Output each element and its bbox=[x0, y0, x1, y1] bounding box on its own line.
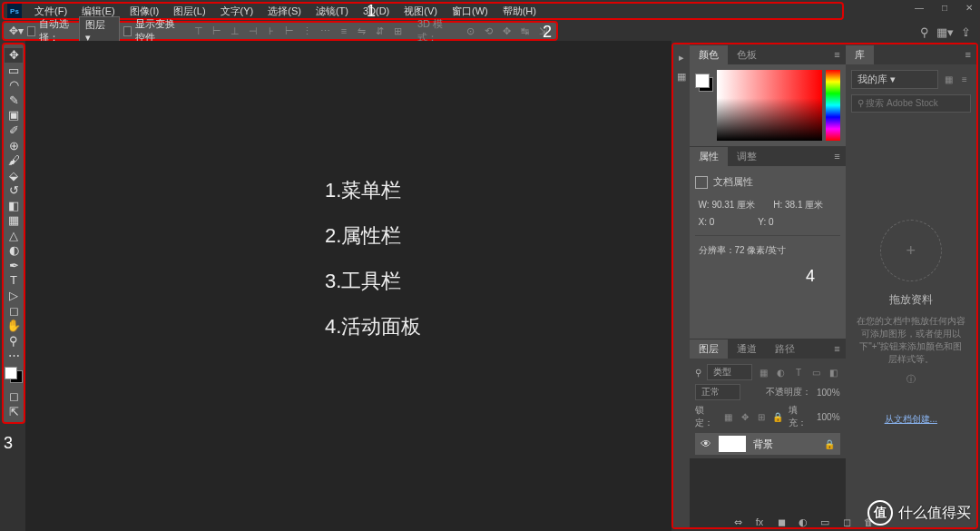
layer-thumbnail[interactable] bbox=[719, 436, 746, 452]
filter-type-select[interactable]: 类型 bbox=[707, 364, 752, 380]
distribute-h-icon[interactable]: ⋮ bbox=[299, 23, 316, 39]
fg-color[interactable] bbox=[5, 367, 17, 379]
stamp-tool[interactable]: ⬙ bbox=[5, 168, 23, 182]
tab-adjustments[interactable]: 调整 bbox=[728, 147, 766, 166]
align-icon[interactable]: ⊞ bbox=[390, 23, 407, 39]
move-tool[interactable]: ✥ bbox=[5, 48, 23, 63]
brush-tool[interactable]: 🖌 bbox=[5, 153, 23, 168]
eraser-tool[interactable]: ◧ bbox=[5, 198, 23, 212]
help-icon[interactable]: ⓘ bbox=[906, 373, 916, 386]
add-icon[interactable]: + bbox=[880, 220, 942, 281]
3d-pan-icon[interactable]: ✥ bbox=[498, 23, 514, 39]
history-brush-tool[interactable]: ↺ bbox=[5, 183, 23, 198]
distribute-icon[interactable]: ≡ bbox=[336, 23, 352, 39]
library-select[interactable]: 我的库 ▾ bbox=[851, 70, 938, 89]
filter-icon[interactable]: ⚲ bbox=[695, 368, 701, 378]
flip-h-icon[interactable]: ⇋ bbox=[354, 23, 370, 39]
menu-type[interactable]: 文字(Y) bbox=[213, 3, 261, 20]
panel-menu-icon[interactable]: ≡ bbox=[960, 49, 976, 60]
quickmask-tool[interactable]: ◻ bbox=[5, 389, 23, 404]
tab-icon-2[interactable]: ▦ bbox=[677, 71, 686, 83]
tab-swatches[interactable]: 色板 bbox=[728, 45, 766, 64]
filter-smart-icon[interactable]: ◧ bbox=[828, 366, 839, 379]
library-search[interactable]: ⚲ 搜索 Adobe Stock bbox=[851, 94, 971, 113]
3d-orbit-icon[interactable]: ⊙ bbox=[462, 23, 478, 39]
filter-type-icon[interactable]: T bbox=[792, 366, 804, 379]
opacity-value[interactable]: 100% bbox=[817, 388, 840, 398]
align-top-icon[interactable]: ⊤ bbox=[191, 23, 207, 39]
align-right-icon[interactable]: ⊢ bbox=[281, 23, 298, 39]
hand-tool[interactable]: ✋ bbox=[5, 319, 23, 333]
fill-value[interactable]: 100% bbox=[817, 412, 840, 422]
lib-list-icon[interactable]: ≡ bbox=[958, 74, 971, 86]
filter-adjust-icon[interactable]: ◐ bbox=[775, 366, 787, 379]
color-swatch[interactable] bbox=[5, 367, 23, 382]
color-gradient[interactable] bbox=[717, 70, 822, 141]
share-icon[interactable]: ⇪ bbox=[961, 25, 971, 39]
align-left-icon[interactable]: ⊣ bbox=[245, 23, 261, 39]
align-bottom-icon[interactable]: ⊥ bbox=[227, 23, 243, 39]
mask-icon[interactable]: ◼ bbox=[775, 516, 788, 528]
adjustment-icon[interactable]: ◐ bbox=[797, 516, 809, 528]
auto-select-checkbox[interactable] bbox=[27, 26, 35, 36]
menu-select[interactable]: 选择(S) bbox=[260, 3, 309, 20]
library-drop-zone[interactable]: + 拖放资料 在您的文档中拖放任何内容可添加图形，或者使用以下"+"按钮来添加颜… bbox=[846, 118, 976, 527]
distribute-v-icon[interactable]: ⋯ bbox=[318, 23, 334, 39]
tab-properties[interactable]: 属性 bbox=[690, 147, 728, 166]
tab-layers[interactable]: 图层 bbox=[690, 339, 728, 359]
workspace-icon[interactable]: ▦▾ bbox=[936, 25, 954, 39]
wand-tool[interactable]: ✎ bbox=[5, 93, 23, 108]
3d-roll-icon[interactable]: ⟲ bbox=[480, 23, 496, 39]
pen-tool[interactable]: ✒ bbox=[5, 259, 23, 273]
type-tool[interactable]: T bbox=[5, 273, 23, 288]
panel-menu-icon[interactable]: ≡ bbox=[828, 343, 845, 354]
tab-channels[interactable]: 通道 bbox=[728, 339, 766, 359]
blur-tool[interactable]: △ bbox=[5, 229, 23, 243]
heal-tool[interactable]: ⊕ bbox=[5, 138, 23, 152]
screenmode-tool[interactable]: ⇱ bbox=[5, 404, 23, 418]
crop-tool[interactable]: ▣ bbox=[5, 108, 23, 123]
filter-pixel-icon[interactable]: ▦ bbox=[758, 366, 769, 379]
layer-background[interactable]: 👁 背景 🔒 bbox=[695, 433, 840, 455]
lock-pixels-icon[interactable]: ▦ bbox=[723, 410, 734, 423]
tab-library[interactable]: 库 bbox=[846, 45, 874, 64]
tab-icon-1[interactable]: ▸ bbox=[679, 52, 684, 64]
color-panel-swatch[interactable] bbox=[695, 74, 713, 92]
flip-v-icon[interactable]: ⇵ bbox=[372, 23, 388, 39]
zoom-tool[interactable]: ⚲ bbox=[5, 333, 23, 348]
group-icon[interactable]: ▭ bbox=[818, 516, 831, 528]
align-hcenter-icon[interactable]: ⊦ bbox=[263, 23, 279, 39]
menu-3d[interactable]: 3D(D) bbox=[356, 4, 397, 18]
gradient-tool[interactable]: ▦ bbox=[5, 213, 23, 228]
maximize-icon[interactable]: □ bbox=[942, 3, 947, 13]
menu-window[interactable]: 窗口(W) bbox=[445, 3, 495, 20]
fx-icon[interactable]: fx bbox=[753, 516, 766, 528]
marquee-tool[interactable]: ▭ bbox=[5, 64, 23, 78]
panel-menu-icon[interactable]: ≡ bbox=[828, 151, 845, 162]
panel-menu-icon[interactable]: ≡ bbox=[828, 49, 845, 60]
menu-help[interactable]: 帮助(H) bbox=[495, 3, 544, 20]
new-layer-icon[interactable]: ◻ bbox=[840, 516, 853, 528]
menu-filter[interactable]: 滤镜(T) bbox=[309, 3, 356, 20]
lib-view-icon[interactable]: ▦ bbox=[942, 74, 955, 86]
hue-slider[interactable] bbox=[826, 70, 840, 141]
eyedropper-tool[interactable]: ✐ bbox=[5, 123, 23, 138]
lasso-tool[interactable]: ◠ bbox=[5, 78, 23, 93]
minimize-icon[interactable]: — bbox=[915, 3, 924, 13]
blend-mode-select[interactable]: 正常 bbox=[695, 384, 740, 400]
path-tool[interactable]: ▷ bbox=[5, 289, 23, 303]
shape-tool[interactable]: ◻ bbox=[5, 303, 23, 318]
lock-position-icon[interactable]: ✥ bbox=[740, 410, 750, 423]
align-vcenter-icon[interactable]: ⊢ bbox=[209, 23, 225, 39]
tab-color[interactable]: 颜色 bbox=[690, 45, 728, 64]
visibility-icon[interactable]: 👁 bbox=[701, 438, 711, 450]
show-transform-checkbox[interactable] bbox=[123, 26, 132, 36]
filter-shape-icon[interactable]: ▭ bbox=[810, 366, 822, 379]
lock-artboard-icon[interactable]: ⊞ bbox=[756, 410, 767, 423]
link-layers-icon[interactable]: ⇔ bbox=[731, 516, 744, 528]
dodge-tool[interactable]: ◐ bbox=[5, 243, 23, 258]
tab-paths[interactable]: 路径 bbox=[766, 339, 804, 359]
close-icon[interactable]: ✕ bbox=[965, 3, 973, 13]
search-icon[interactable]: ⚲ bbox=[920, 25, 929, 39]
create-from-doc-link[interactable]: 从文档创建... bbox=[885, 413, 937, 426]
